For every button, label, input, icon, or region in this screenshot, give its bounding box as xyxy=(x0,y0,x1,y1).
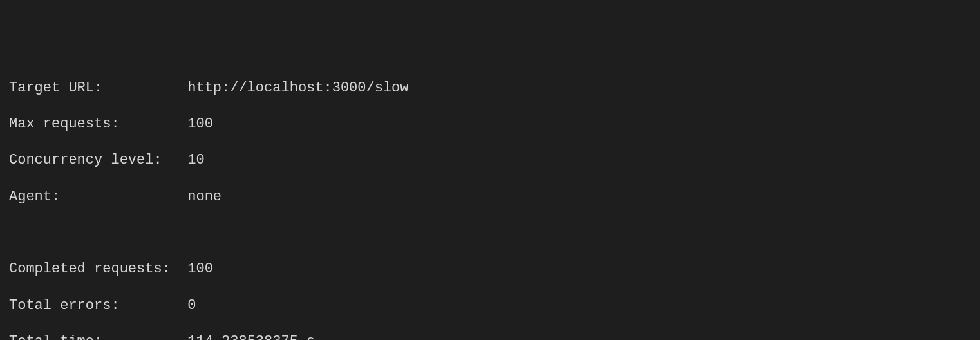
param-value: 10 xyxy=(187,151,204,169)
summary-label: Total errors: xyxy=(9,297,179,315)
param-label: Agent: xyxy=(9,188,179,206)
terminal-blank-line xyxy=(9,224,971,242)
terminal-line: Agent: none xyxy=(9,188,971,206)
param-value: http://localhost:3000/slow xyxy=(187,79,408,97)
terminal-line: Total errors: 0 xyxy=(9,297,971,315)
summary-value: 114.238538375 s xyxy=(187,333,315,340)
terminal-line: Target URL: http://localhost:3000/slow xyxy=(9,79,971,97)
summary-value: 100 xyxy=(187,260,213,278)
terminal-line: Completed requests: 100 xyxy=(9,260,971,278)
summary-value: 0 xyxy=(187,297,196,315)
param-label: Target URL: xyxy=(9,79,179,97)
summary-label: Total time: xyxy=(9,333,179,340)
terminal-line: Concurrency level: 10 xyxy=(9,151,971,169)
param-value: 100 xyxy=(187,115,213,133)
param-value: none xyxy=(187,188,221,206)
summary-label: Completed requests: xyxy=(9,260,179,278)
terminal-line: Max requests: 100 xyxy=(9,115,971,133)
param-label: Max requests: xyxy=(9,115,179,133)
terminal-line: Total time: 114.238538375 s xyxy=(9,333,971,340)
param-label: Concurrency level: xyxy=(9,151,179,169)
